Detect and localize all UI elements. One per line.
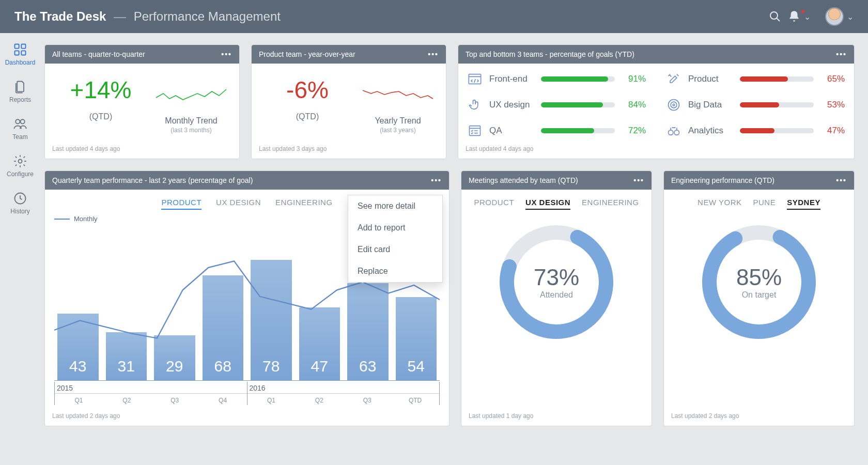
team-name: Big Data	[688, 100, 733, 110]
tab-pune[interactable]: PUNE	[753, 198, 776, 210]
team-row: Product 65%	[667, 72, 845, 86]
card-footer: Last updated 4 days ago	[45, 141, 239, 159]
brand-title: The Trade Desk — Performance Management	[14, 9, 281, 24]
card-menu-icon[interactable]: •••	[431, 176, 442, 184]
progress-bar	[740, 102, 814, 107]
team-row: QA 72%	[468, 123, 646, 138]
svg-point-15	[669, 130, 673, 135]
metric-value: +14%	[54, 76, 147, 104]
svg-point-7	[21, 119, 25, 123]
card-context-menu: See more detail Add to report Edit card …	[348, 195, 443, 283]
trend-label: Monthly Trend	[165, 116, 217, 126]
menu-item-replace[interactable]: Replace	[348, 260, 442, 282]
team-row: UX design 84%	[468, 98, 646, 112]
touch-icon	[468, 98, 482, 112]
menu-item-see-detail[interactable]: See more detail	[348, 195, 442, 217]
menu-item-add-report[interactable]: Add to report	[348, 217, 442, 239]
card-meetings: Meetings attended by team (QTD) ••• PROD…	[461, 171, 652, 426]
legend-label: Monthly	[74, 215, 98, 223]
donut-value: 85%	[736, 265, 782, 290]
metric-period: (QTD)	[54, 112, 147, 121]
card-product-team: Product team - year-over-year ••• -6% (Q…	[251, 44, 446, 159]
svg-point-12	[669, 100, 679, 111]
card-top-bottom-teams: Top and bottom 3 teams - percentage of g…	[458, 44, 855, 159]
progress-bar	[541, 76, 615, 82]
team-name: Front-end	[489, 74, 534, 84]
bar: 47	[299, 307, 340, 380]
tools-icon	[667, 72, 681, 86]
sidebar-item-reports[interactable]: Reports	[0, 80, 40, 103]
sparkline	[362, 80, 434, 109]
bar: 43	[57, 314, 99, 380]
team-name: QA	[489, 126, 534, 136]
sidebar-item-history[interactable]: History	[0, 191, 40, 215]
bar: 68	[203, 275, 244, 380]
sidebar-item-team[interactable]: Team	[0, 117, 40, 141]
chevron-down-icon: ⌄	[804, 12, 811, 22]
team-pct: 47%	[821, 126, 845, 136]
card-menu-icon[interactable]: •••	[633, 176, 644, 184]
chevron-down-icon: ⌄	[847, 12, 854, 22]
team-name: Product	[688, 74, 733, 84]
card-menu-icon[interactable]: •••	[221, 50, 232, 58]
sidebar-label: Configure	[7, 171, 34, 178]
card-menu-icon[interactable]: •••	[836, 50, 847, 58]
tab-ux-design[interactable]: UX DESIGN	[525, 198, 570, 210]
code-icon	[468, 72, 482, 86]
card-footer: Last updated 4 days ago	[458, 141, 854, 159]
notifications-icon[interactable]: ⌄	[787, 10, 811, 23]
team-row: Front-end 91%	[468, 72, 646, 86]
search-icon[interactable]	[769, 10, 781, 23]
card-footer: Last updated 1 day ago	[461, 408, 652, 426]
team-pct: 84%	[622, 100, 646, 110]
brand-separator: —	[114, 9, 126, 23]
team-name: Analytics	[688, 126, 733, 136]
bar: 63	[347, 283, 389, 380]
donut-sub: On target	[736, 290, 782, 300]
svg-point-16	[674, 130, 679, 135]
tab-ux-design[interactable]: UX DESIGN	[216, 198, 261, 210]
team-name: UX design	[489, 100, 534, 110]
card-title: Meetings attended by team (QTD)	[469, 176, 578, 184]
donut-sub: Attended	[534, 290, 579, 300]
svg-point-13	[671, 102, 677, 108]
svg-rect-4	[15, 51, 19, 55]
card-quarterly-performance: Quarterly team performance - last 2 year…	[44, 171, 450, 426]
tab-sydney[interactable]: SYDNEY	[787, 198, 820, 210]
tab-engineering[interactable]: ENGINEERING	[582, 198, 639, 210]
year-label: 2015	[55, 382, 247, 394]
sidebar: Dashboard Reports Team Configure History	[0, 33, 40, 465]
svg-rect-5	[21, 51, 25, 55]
card-engineering: Engineering performance (QTD) ••• NEW YO…	[663, 171, 855, 426]
metric-period: (QTD)	[261, 112, 354, 121]
target-icon	[667, 98, 681, 112]
tab-new-york[interactable]: NEW YORK	[698, 198, 741, 210]
menu-item-edit-card[interactable]: Edit card	[348, 239, 442, 260]
checklist-icon	[468, 123, 482, 138]
sparkline	[155, 80, 227, 109]
trend-sub: (last 3 months)	[171, 127, 211, 134]
team-pct: 53%	[821, 100, 845, 110]
team-pct: 65%	[821, 74, 845, 84]
svg-rect-10	[469, 74, 481, 84]
tab-product[interactable]: PRODUCT	[474, 198, 514, 210]
tab-product[interactable]: PRODUCT	[161, 198, 202, 210]
sidebar-item-configure[interactable]: Configure	[0, 154, 40, 178]
card-menu-icon[interactable]: •••	[836, 176, 847, 184]
svg-line-1	[777, 18, 780, 21]
progress-bar	[541, 102, 615, 107]
sidebar-label: Reports	[9, 96, 31, 103]
trend-label: Yearly Trend	[375, 116, 421, 126]
team-row: Analytics 47%	[667, 123, 845, 138]
svg-rect-3	[21, 44, 25, 49]
sidebar-item-dashboard[interactable]: Dashboard	[0, 42, 40, 66]
sidebar-label: History	[10, 208, 29, 215]
tab-engineering[interactable]: ENGINEERING	[275, 198, 333, 210]
svg-point-0	[770, 12, 778, 19]
progress-bar	[740, 76, 814, 82]
user-menu[interactable]: ⌄	[816, 7, 854, 26]
notification-badge	[800, 9, 805, 14]
card-menu-icon[interactable]: •••	[428, 50, 439, 58]
svg-point-14	[673, 104, 675, 106]
sidebar-label: Dashboard	[5, 59, 36, 66]
